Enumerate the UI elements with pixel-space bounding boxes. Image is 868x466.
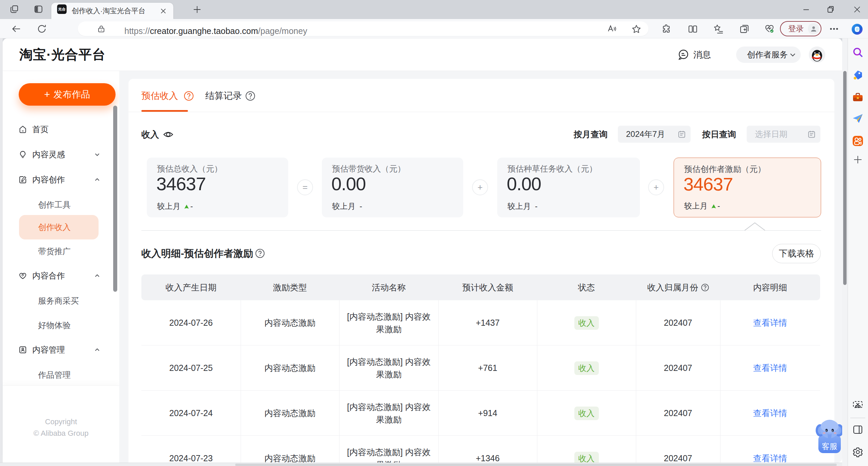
activity-text: [内容动态激励] 内容效果激励 <box>347 401 431 426</box>
stat-value: 34637 <box>683 174 733 195</box>
stat-card-total-income[interactable]: 预估总收入（元） 34637 较上月 - <box>147 158 288 217</box>
help-icon[interactable] <box>255 249 265 258</box>
activity-line1: [内容动态激励] 内容效 <box>347 356 431 368</box>
help-icon[interactable] <box>245 91 255 101</box>
view-detail-link[interactable]: 查看详情 <box>753 317 787 328</box>
compare-value: - <box>717 201 720 211</box>
activity-line2: 果激励 <box>347 368 431 381</box>
compare-label: 较上月 <box>507 201 531 212</box>
help-icon[interactable] <box>701 284 709 291</box>
compare-label: 较上月 <box>332 201 355 212</box>
table-row: 2024-07-26 内容动态激励 [内容动态激励] 内容效果激励 +1437 … <box>141 300 820 345</box>
calendar-icon <box>678 130 686 138</box>
activity-line1: [内容动态激励] 内容效 <box>347 446 431 459</box>
eye-icon[interactable] <box>163 129 174 140</box>
view-detail-link[interactable]: 查看详情 <box>753 362 787 374</box>
edge-panel-icon[interactable] <box>852 424 864 435</box>
cell-status: 收入 <box>537 391 636 436</box>
cell-activity: [内容动态激励] 内容效果激励 <box>339 300 438 345</box>
edge-kuaishou-icon[interactable] <box>852 135 864 147</box>
cell-action: 查看详情 <box>720 391 820 436</box>
cell-status: 收入 <box>537 300 636 345</box>
compare-value: - <box>190 202 193 211</box>
edge-search-icon[interactable] <box>852 47 864 58</box>
column-header-month-label: 收入归属月份 <box>647 282 698 293</box>
selected-card-pointer <box>744 222 766 231</box>
cell-amount: +914 <box>438 391 537 436</box>
edge-drop-icon[interactable] <box>852 113 864 124</box>
edge-settings-icon[interactable] <box>852 446 864 458</box>
stat-value: 0.00 <box>507 173 541 194</box>
plus-operator: + <box>648 179 664 195</box>
cell-action: 查看详情 <box>720 345 820 391</box>
income-section-label: 收入 <box>141 125 159 144</box>
activity-line2: 果激励 <box>347 413 431 426</box>
cell-type: 内容动态激励 <box>241 436 339 463</box>
activity-text: [内容动态激励] 内容效果激励 <box>347 356 431 381</box>
edge-tools-icon[interactable] <box>852 92 864 103</box>
table-header: 收入产生日期 激励类型 活动名称 预计收入金额 状态 收入归属月份 内容明细 <box>141 274 820 300</box>
stat-card-creator-incentive-selected[interactable]: 预估创作者激励（元） 34637 较上月 - <box>674 158 821 217</box>
divider <box>128 112 834 112</box>
status-badge: 收入 <box>574 407 599 420</box>
month-picker[interactable]: 2024年7月 <box>618 126 691 143</box>
cell-date: 2024-07-25 <box>141 345 241 391</box>
column-header-activity: 活动名称 <box>339 274 438 300</box>
activity-text: [内容动态激励] 内容效果激励 <box>347 446 431 463</box>
income-detail-title-text: 收入明细-预估创作者激励 <box>141 244 253 263</box>
column-header-detail: 内容明细 <box>720 274 820 300</box>
cell-date: 2024-07-23 <box>141 436 241 463</box>
edge-screenshot-icon[interactable] <box>852 399 864 411</box>
status-badge: 收入 <box>574 361 599 375</box>
cell-activity: [内容动态激励] 内容效果激励 <box>339 345 438 391</box>
status-badge: 收入 <box>574 452 599 463</box>
horizontal-scrollbar-thumb[interactable] <box>235 464 837 466</box>
activity-line2: 果激励 <box>347 459 431 463</box>
cell-activity: [内容动态激励] 内容效果激励 <box>339 436 438 463</box>
stat-card-sales-income[interactable]: 预估带货收入（元） 0.00 较上月 - <box>322 158 463 217</box>
help-icon[interactable] <box>184 91 194 101</box>
main-layer: 预估收入 结算记录 收入 按月查询 2024年7月 按日查询 选择日期 <box>0 0 868 466</box>
plus-operator: + <box>472 179 488 195</box>
download-table-button[interactable]: 下载表格 <box>772 244 821 263</box>
table-body: 2024-07-26 内容动态激励 [内容动态激励] 内容效果激励 +1437 … <box>141 300 820 463</box>
view-detail-link[interactable]: 查看详情 <box>753 453 787 463</box>
cell-status: 收入 <box>537 436 636 463</box>
cell-month: 202407 <box>636 436 720 463</box>
edge-shopping-icon[interactable] <box>852 69 864 81</box>
cell-date: 2024-07-26 <box>141 300 241 345</box>
stat-value: 0.00 <box>331 173 366 194</box>
activity-text: [内容动态激励] 内容效果激励 <box>347 310 431 336</box>
edge-add-icon[interactable] <box>852 154 864 165</box>
column-header-type: 激励类型 <box>241 274 339 300</box>
vertical-scrollbar-thumb[interactable] <box>843 71 847 285</box>
customer-service-label: 客服 <box>822 441 837 452</box>
table-row: 2024-07-25 内容动态激励 [内容动态激励] 内容效果激励 +761 收… <box>141 345 820 391</box>
activity-line1: [内容动态激励] 内容效 <box>347 401 431 413</box>
cell-type: 内容动态激励 <box>241 391 339 436</box>
cell-type: 内容动态激励 <box>241 345 339 391</box>
table-row: 2024-07-23 内容动态激励 [内容动态激励] 内容效果激励 +1346 … <box>141 436 820 463</box>
column-header-status: 状态 <box>537 274 636 300</box>
tab-settlement-records[interactable]: 结算记录 <box>205 87 242 105</box>
stat-label: 预估总收入（元） <box>157 163 222 174</box>
date-picker-placeholder: 选择日期 <box>755 126 787 143</box>
column-header-month: 收入归属月份 <box>636 274 720 300</box>
cell-activity: [内容动态激励] 内容效果激励 <box>339 391 438 436</box>
calendar-icon <box>808 130 816 138</box>
compare-value: - <box>535 202 538 211</box>
compare-label: 较上月 <box>157 201 180 212</box>
stat-card-seeding-task-income[interactable]: 预估种草任务收入（元） 0.00 较上月 - <box>497 158 640 217</box>
horizontal-scrollbar[interactable] <box>0 463 842 466</box>
tab-estimated-income[interactable]: 预估收入 <box>141 87 178 105</box>
cell-month: 202407 <box>636 345 720 391</box>
cell-month: 202407 <box>636 391 720 436</box>
trend-up-icon <box>184 204 189 210</box>
cell-amount: +1437 <box>438 300 537 345</box>
customer-service-mascot[interactable] <box>815 417 844 441</box>
activity-line2: 果激励 <box>347 323 431 336</box>
trend-up-icon <box>711 204 716 209</box>
date-picker[interactable]: 选择日期 <box>747 126 820 143</box>
view-detail-link[interactable]: 查看详情 <box>753 408 787 419</box>
compare-label: 较上月 <box>684 201 708 211</box>
